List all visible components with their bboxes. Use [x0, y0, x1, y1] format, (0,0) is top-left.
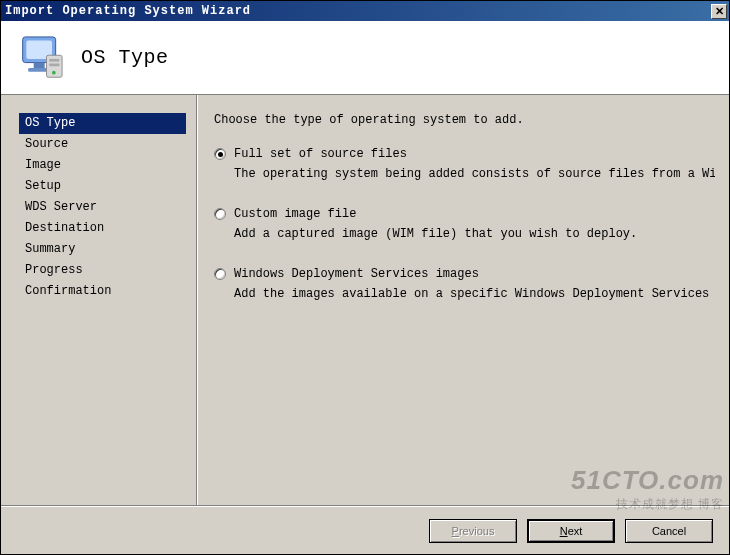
- svg-rect-5: [49, 58, 59, 61]
- option-custom-image[interactable]: Custom image file Add a captured image (…: [214, 207, 715, 241]
- option-full-source[interactable]: Full set of source files The operating s…: [214, 147, 715, 181]
- wizard-header: OS Type: [1, 21, 729, 95]
- radio-wds-images[interactable]: [214, 268, 226, 280]
- svg-point-7: [52, 70, 56, 74]
- sidebar-item-confirmation[interactable]: Confirmation: [19, 281, 186, 302]
- sidebar-item-source[interactable]: Source: [19, 134, 186, 155]
- option-description: The operating system being added consist…: [234, 167, 715, 181]
- close-icon: ✕: [715, 6, 724, 17]
- page-title: OS Type: [81, 46, 169, 69]
- computer-monitor-icon: [19, 35, 63, 81]
- option-description: Add the images available on a specific W…: [234, 287, 715, 301]
- wizard-body: OS Type Source Image Setup WDS Server De…: [1, 95, 729, 506]
- next-button[interactable]: Next: [527, 519, 615, 543]
- cancel-button[interactable]: Cancel: [625, 519, 713, 543]
- wizard-sidebar: OS Type Source Image Setup WDS Server De…: [1, 95, 196, 506]
- sidebar-item-summary[interactable]: Summary: [19, 239, 186, 260]
- sidebar-item-wds-server[interactable]: WDS Server: [19, 197, 186, 218]
- window-title: Import Operating System Wizard: [5, 4, 711, 18]
- option-description: Add a captured image (WIM file) that you…: [234, 227, 715, 241]
- previous-button: Previous: [429, 519, 517, 543]
- option-label: Custom image file: [234, 207, 356, 221]
- wizard-window: Import Operating System Wizard ✕ OS Type…: [0, 0, 730, 555]
- wizard-content: Choose the type of operating system to a…: [198, 95, 729, 506]
- radio-custom-image[interactable]: [214, 208, 226, 220]
- sidebar-item-progress[interactable]: Progress: [19, 260, 186, 281]
- svg-rect-6: [49, 63, 59, 66]
- svg-rect-2: [34, 62, 45, 67]
- title-bar: Import Operating System Wizard ✕: [1, 1, 729, 21]
- sidebar-item-destination[interactable]: Destination: [19, 218, 186, 239]
- radio-full-source[interactable]: [214, 148, 226, 160]
- sidebar-item-setup[interactable]: Setup: [19, 176, 186, 197]
- instruction-text: Choose the type of operating system to a…: [214, 113, 715, 127]
- option-label: Windows Deployment Services images: [234, 267, 479, 281]
- close-button[interactable]: ✕: [711, 4, 727, 19]
- option-label: Full set of source files: [234, 147, 407, 161]
- sidebar-item-image[interactable]: Image: [19, 155, 186, 176]
- sidebar-item-os-type[interactable]: OS Type: [19, 113, 186, 134]
- option-wds-images[interactable]: Windows Deployment Services images Add t…: [214, 267, 715, 301]
- button-bar: Previous Next Cancel: [1, 506, 729, 554]
